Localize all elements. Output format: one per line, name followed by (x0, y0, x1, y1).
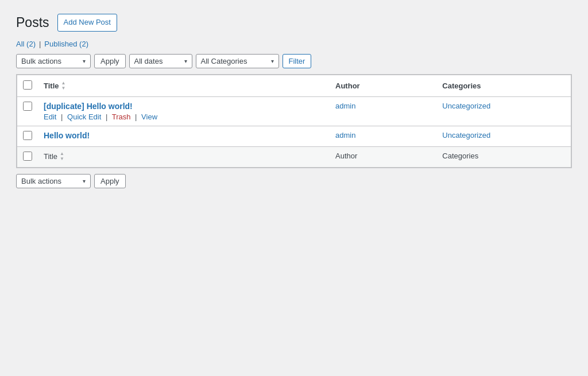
table-header-row: Title ▲▼ Author Categories (17, 75, 571, 96)
subsubsub-published-link[interactable]: Published (2) (44, 40, 88, 48)
bottom-tablenav: Bulk actions ▾ Apply (16, 174, 572, 188)
chevron-down-icon: ▾ (184, 58, 187, 64)
table-footer-row: Title ▲▼ Author Categories (17, 146, 571, 167)
select-all-checkbox[interactable] (23, 80, 32, 90)
apply-button-top[interactable]: Apply (94, 54, 126, 68)
footer-categories-cell: Categories (436, 146, 571, 167)
row-author-cell: admin (330, 126, 436, 146)
footer-title-cell: Title ▲▼ (38, 146, 330, 167)
footer-title-sort-link[interactable]: Title ▲▼ (44, 152, 64, 161)
top-tablenav: Bulk actions ▾ Apply All dates ▾ All Cat… (16, 54, 572, 68)
filter-button[interactable]: Filter (283, 54, 312, 68)
add-new-post-button[interactable]: Add New Post (57, 14, 117, 32)
subsubsub-sep: | (39, 40, 41, 48)
bulk-actions-dropdown-bottom[interactable]: Bulk actions ▾ (16, 174, 91, 188)
category-link[interactable]: Uncategorized (442, 131, 490, 139)
trash-link[interactable]: Trash (112, 113, 131, 121)
footer-checkbox-cell (17, 146, 38, 167)
chevron-down-icon: ▾ (83, 178, 86, 184)
sort-icon: ▲▼ (60, 152, 64, 161)
author-column-header: Author (330, 75, 436, 96)
quick-edit-link[interactable]: Quick Edit (67, 113, 101, 121)
row-checkbox-cell (17, 96, 38, 126)
all-dates-dropdown[interactable]: All dates ▾ (129, 54, 192, 68)
sort-icon: ▲▼ (61, 81, 66, 91)
row-title-cell: [duplicate] Hello world! Edit | Quick Ed… (38, 96, 330, 126)
footer-author-cell: Author (330, 146, 436, 167)
posts-table-wrapper: Title ▲▼ Author Categories [dupli (16, 74, 572, 168)
chevron-down-icon: ▾ (271, 58, 274, 64)
table-row: Hello world! admin Uncategorized (17, 126, 571, 146)
subsubsub-nav: All (2) | Published (2) (16, 40, 572, 48)
row-checkbox[interactable] (23, 131, 32, 140)
table-row: [duplicate] Hello world! Edit | Quick Ed… (17, 96, 571, 126)
row-author-cell: admin (330, 96, 436, 126)
view-link[interactable]: View (141, 113, 157, 121)
author-link[interactable]: admin (335, 131, 355, 139)
row-categories-cell: Uncategorized (436, 96, 571, 126)
title-sort-link[interactable]: Title ▲▼ (44, 81, 65, 91)
row-categories-cell: Uncategorized (436, 126, 571, 146)
row-checkbox-cell (17, 126, 38, 146)
post-title-link[interactable]: [duplicate] Hello world! (44, 102, 324, 111)
author-link[interactable]: admin (335, 102, 355, 110)
edit-link[interactable]: Edit (44, 113, 56, 121)
select-all-th (17, 75, 38, 96)
post-title-link[interactable]: Hello world! (44, 131, 324, 140)
subsubsub-all-link[interactable]: All (2) (16, 40, 36, 48)
row-checkbox[interactable] (23, 102, 32, 111)
page-title: Posts (16, 15, 49, 30)
categories-column-header: Categories (436, 75, 571, 96)
apply-button-bottom[interactable]: Apply (94, 174, 126, 188)
category-link[interactable]: Uncategorized (442, 102, 490, 110)
row-title-cell: Hello world! (38, 126, 330, 146)
posts-table: Title ▲▼ Author Categories [dupli (17, 75, 571, 168)
bulk-actions-dropdown-top[interactable]: Bulk actions ▾ (16, 54, 91, 68)
footer-select-all-checkbox[interactable] (23, 152, 32, 161)
row-actions: Edit | Quick Edit | Trash | View (44, 113, 324, 121)
all-categories-dropdown[interactable]: All Categories ▾ (196, 54, 279, 68)
title-column-header: Title ▲▼ (38, 75, 330, 96)
chevron-down-icon: ▾ (83, 58, 86, 64)
